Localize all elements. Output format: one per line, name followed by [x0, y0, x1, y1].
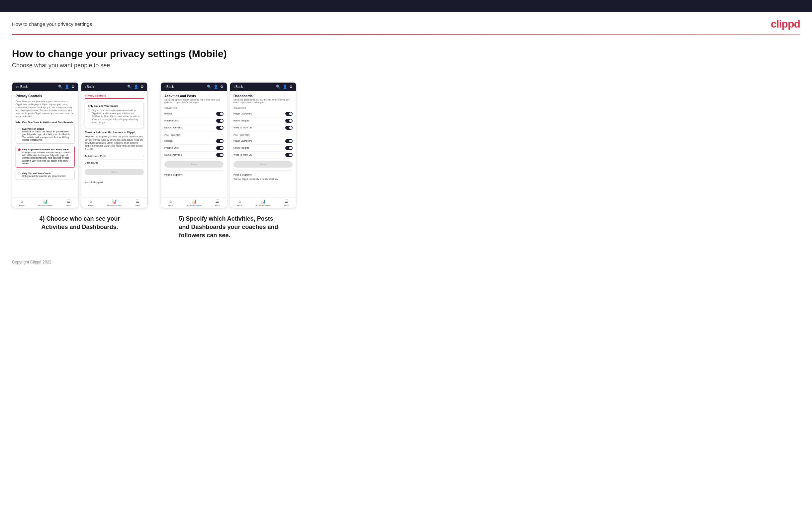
- phone-2-back[interactable]: ‹ Back: [85, 85, 94, 89]
- phone-1-section-title: Privacy Controls: [16, 94, 75, 98]
- search-icon-2[interactable]: 🔍: [127, 84, 132, 89]
- settings-icon-4[interactable]: ⚙: [289, 84, 293, 89]
- copyright: Copyright Clippd 2022: [12, 260, 800, 265]
- toggle-player-followers-switch[interactable]: [285, 139, 293, 143]
- toggle-roundinsights-followers-switch[interactable]: [285, 146, 293, 150]
- bottom-nav-menu-label-4: Menu: [284, 205, 289, 206]
- toggle-whattowork-coaches: What To Work On: [234, 124, 293, 131]
- radio-dot-approved: [18, 148, 20, 151]
- radio-approved[interactable]: Only Approved Followers and Your Coach O…: [16, 146, 75, 167]
- bottom-nav-perf-3[interactable]: 📊 My Performance: [187, 199, 201, 206]
- caption-5: 5) Specify which Activities, Posts and D…: [179, 215, 278, 240]
- toggle-whattowork-coaches-switch[interactable]: [285, 126, 293, 130]
- page-subheading: Choose what you want people to see: [12, 62, 800, 69]
- nav-dashboards[interactable]: Dashboards ›: [85, 160, 144, 166]
- nav-activities[interactable]: Activities and Posts ›: [85, 153, 144, 160]
- rounds-label-f: Rounds: [164, 140, 172, 142]
- person-icon-2[interactable]: 👤: [134, 84, 139, 89]
- logo: clippd: [771, 18, 800, 30]
- phone-2-body: Privacy Controls Only You and Your Coach…: [81, 91, 147, 197]
- bottom-nav-menu-1[interactable]: ☰ Menu: [66, 199, 71, 206]
- page-heading: How to change your privacy settings (Mob…: [12, 48, 800, 59]
- search-icon-4[interactable]: 🔍: [276, 84, 281, 89]
- dash-title: Dashboards: [234, 94, 293, 98]
- save-btn-2[interactable]: Save: [85, 169, 144, 175]
- whattowork-label-c: What To Work On: [234, 126, 252, 129]
- settings-icon[interactable]: ⚙: [71, 84, 75, 89]
- save-btn-3[interactable]: Save: [164, 161, 223, 168]
- toggle-drills-coaches-switch[interactable]: [216, 119, 223, 123]
- help-support-3: Help & Support: [164, 170, 223, 176]
- phone-4-body: Dashboards Select the dashboards that yo…: [230, 91, 296, 197]
- perf-icon-3: 📊: [192, 199, 197, 204]
- phone-3-nav: ‹ Back 🔍 👤 ⚙: [161, 82, 227, 91]
- help-support-4: Help & Support: [234, 170, 293, 176]
- coaches-label-4: COACHES: [234, 107, 293, 109]
- toggle-manual-followers-switch[interactable]: [216, 153, 223, 157]
- bottom-nav-menu-3[interactable]: ☰ Menu: [215, 199, 220, 206]
- bottom-nav-perf-label-1: My Performance: [38, 205, 52, 206]
- toggle-manual-followers: Manual Activities: [164, 152, 223, 159]
- bottom-nav-perf-2[interactable]: 📊 My Performance: [107, 199, 121, 206]
- bottom-nav-perf-1[interactable]: 📊 My Performance: [38, 199, 52, 206]
- search-icon-3[interactable]: 🔍: [207, 84, 211, 89]
- toggle-whattowork-followers: What To Work On: [234, 152, 293, 159]
- bottom-nav-home-1[interactable]: ⌂ Home: [19, 199, 24, 206]
- perf-icon-1: 📊: [43, 199, 48, 204]
- settings-icon-3[interactable]: ⚙: [220, 84, 223, 89]
- header: How to change your privacy settings clip…: [0, 12, 812, 34]
- perf-icon-2: 📊: [112, 199, 117, 204]
- save-btn-4[interactable]: Save: [234, 161, 293, 168]
- person-icon[interactable]: 👤: [65, 84, 69, 89]
- phone-3-icons: 🔍 👤 ⚙: [207, 84, 223, 89]
- bottom-nav-home-label-2: Home: [88, 205, 93, 206]
- toggle-whattowork-followers-switch[interactable]: [285, 153, 293, 157]
- menu-icon-4: ☰: [285, 199, 288, 204]
- toggle-rounds-followers-switch[interactable]: [216, 139, 223, 143]
- toggle-player-coaches: Player Dashboard: [234, 111, 293, 117]
- toggle-player-coaches-switch[interactable]: [285, 112, 293, 116]
- phone-1-icons: 🔍 👤 ⚙: [58, 84, 75, 89]
- bottom-nav-perf-4[interactable]: 📊 My Performance: [256, 199, 270, 206]
- toggle-rounds-coaches: Rounds: [164, 111, 223, 117]
- followers-label-3: FOLLOWERS: [164, 134, 223, 136]
- bottom-nav-perf-label-4: My Performance: [256, 205, 270, 206]
- toggle-rounds-coaches-switch[interactable]: [216, 112, 223, 116]
- activities-title: Activities and Posts: [164, 94, 223, 98]
- search-icon[interactable]: 🔍: [58, 84, 63, 89]
- phone-1-bottom-nav: ⌂ Home 📊 My Performance ☰ Menu: [12, 197, 78, 208]
- show-hide-title: Show or hide specific features in Clippd: [85, 131, 144, 134]
- menu-icon-3: ☰: [215, 199, 219, 204]
- privacy-tab-bar: Privacy Controls: [85, 94, 144, 99]
- radio-dot-only-you: [18, 172, 20, 175]
- person-icon-3[interactable]: 👤: [213, 84, 218, 89]
- toggle-manual-coaches-switch[interactable]: [216, 126, 223, 130]
- phone-1-back[interactable]: ‹ < Back: [16, 85, 28, 89]
- bottom-nav-home-4[interactable]: ⌂ Home: [237, 199, 242, 206]
- phone-3-back[interactable]: ‹ Back: [164, 85, 174, 89]
- person-icon-4[interactable]: 👤: [283, 84, 287, 89]
- phone-1-who-can-see: Who Can See Your Activities and Dashboar…: [16, 121, 75, 124]
- bottom-nav-home-3[interactable]: ⌂ Home: [168, 199, 173, 206]
- radio-everyone[interactable]: Everyone on Clippd Everyone on Clippd ca…: [16, 125, 75, 144]
- bottom-nav-perf-label-3: My Performance: [187, 205, 201, 206]
- right-screenshot-group: ‹ Back 🔍 👤 ⚙ Activities and Posts Select…: [161, 82, 296, 240]
- coaches-label-3: COACHES: [164, 107, 223, 109]
- bottom-nav-home-label-3: Home: [168, 205, 173, 206]
- top-bar: [0, 0, 812, 12]
- phone-1-body-text: Control how you and your data appears to…: [16, 100, 75, 118]
- perf-icon-4: 📊: [261, 199, 266, 204]
- phone-2-bottom-nav: ⌂ Home 📊 My Performance ☰ Menu: [81, 197, 147, 208]
- toggle-roundinsights-coaches-switch[interactable]: [285, 119, 293, 123]
- phone-2: ‹ Back 🔍 👤 ⚙ Privacy Controls Only You a: [81, 82, 147, 208]
- radio-only-you[interactable]: Only You and Your Coach Only you and the…: [16, 170, 75, 180]
- toggle-drills-followers-switch[interactable]: [216, 146, 223, 150]
- settings-icon-2[interactable]: ⚙: [141, 84, 144, 89]
- chevron-activities: ›: [143, 155, 144, 158]
- phone-4-back[interactable]: ‹ Back: [234, 85, 243, 89]
- privacy-tab[interactable]: Privacy Controls: [85, 94, 106, 98]
- bottom-nav-menu-2[interactable]: ☰ Menu: [135, 199, 140, 206]
- bottom-nav-menu-label-3: Menu: [215, 205, 220, 206]
- bottom-nav-home-2[interactable]: ⌂ Home: [88, 199, 93, 206]
- bottom-nav-menu-4[interactable]: ☰ Menu: [284, 199, 289, 206]
